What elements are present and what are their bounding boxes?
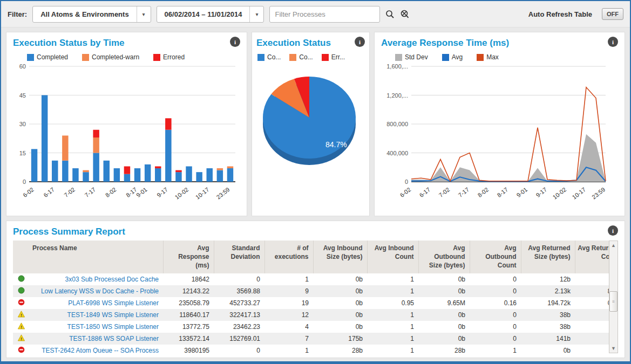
table-cell: 152769.01 [214, 333, 264, 345]
auto-refresh-toggle[interactable]: OFF [602, 8, 623, 20]
table-cell: 23462.23 [214, 321, 264, 333]
table-cell: 0 [470, 321, 521, 333]
info-icon[interactable]: i [355, 37, 365, 47]
table-cell: 0b [313, 321, 367, 333]
svg-text:6-02: 6-02 [22, 186, 35, 198]
svg-text:8-17: 8-17 [496, 186, 509, 198]
atoms-environments-dropdown[interactable]: All Atoms & Environments ▾ [32, 6, 151, 23]
status-warn-icon: ! [18, 311, 25, 318]
svg-text:9-17: 9-17 [155, 186, 169, 198]
legend-label: Err... [331, 53, 345, 61]
date-range-dropdown[interactable]: 06/02/2014 – 11/01/2014 ▾ [157, 6, 264, 23]
process-name-link[interactable]: TEST-1850 WS Simple Listener [67, 323, 159, 331]
process-name-link[interactable]: TEST-1886 WS SOAP Listener [69, 335, 159, 342]
column-header[interactable]: Avg Response (ms) [163, 241, 214, 273]
legend-swatch-icon [477, 54, 484, 61]
legend-label: Max [486, 53, 499, 61]
column-header[interactable]: Avg Returned Size (bytes) [521, 241, 575, 273]
table-cell: 38b [521, 309, 575, 321]
table-cell: 38b [521, 321, 575, 333]
chevron-down-icon: ▾ [249, 6, 263, 22]
table-cell: 322417.13 [214, 309, 264, 321]
info-icon[interactable]: i [608, 37, 618, 47]
column-header[interactable]: Avg Outbound Size (bytes) [418, 241, 470, 273]
status-cell: ! [13, 321, 29, 333]
column-header[interactable]: Process Name [29, 241, 163, 273]
legend-item: Err... [322, 53, 345, 61]
svg-text:6-17: 6-17 [418, 186, 431, 198]
status-ok-icon [18, 287, 25, 294]
process-name-link[interactable]: PLAT-6998 WS Simple Listener [68, 299, 159, 307]
column-header[interactable]: # of executions [264, 241, 313, 273]
legend-label: Co... [267, 53, 281, 61]
table-cell: 175b [313, 333, 367, 345]
process-name-link[interactable]: TEST-2642 Atom Queue -- SOA Process [42, 347, 159, 353]
table-cell: 0b [418, 273, 470, 285]
info-icon[interactable]: i [608, 225, 618, 236]
table-cell: 1 [264, 345, 313, 353]
svg-text:7-17: 7-17 [457, 186, 470, 198]
process-name-link[interactable]: Low Latency WSS w Doc Cache - Proble [41, 287, 159, 295]
table-scrollbar[interactable]: ▲ ≡ ▼ [609, 241, 618, 353]
svg-text:7-17: 7-17 [84, 186, 97, 198]
panel-title: Execution Status by Time [13, 37, 125, 49]
legend-item: Co... [289, 53, 313, 61]
table-cell: 0 [470, 273, 521, 285]
process-summary-panel: Process Summary Report i Process NameAvg… [6, 221, 625, 358]
svg-text:0: 0 [405, 178, 408, 185]
scrollbar-track[interactable]: ≡ [609, 250, 618, 344]
svg-text:!: ! [21, 324, 22, 329]
table-cell: 1 [367, 309, 418, 321]
status-ok-icon [18, 275, 25, 282]
table-cell: 0.16 [470, 297, 521, 309]
process-name-link[interactable]: 3x03 Sub Processed Doc Cache [65, 276, 159, 283]
line-chart-legend: Std DevAvgMax [395, 53, 618, 61]
column-header[interactable]: Standard Deviation [214, 241, 264, 273]
legend-swatch-icon [442, 54, 449, 61]
legend-swatch-icon [153, 54, 160, 61]
table-row: 3x03 Sub Processed Doc Cache18642010b10b… [13, 273, 618, 285]
search-icon[interactable] [385, 10, 395, 19]
svg-text:10-17: 10-17 [194, 186, 211, 201]
legend-label: Avg [452, 53, 463, 61]
status-cell: ! [13, 309, 29, 321]
info-icon[interactable]: i [230, 37, 240, 47]
svg-text:9-17: 9-17 [534, 186, 548, 198]
column-header[interactable]: Avg Inbound Count [367, 241, 418, 273]
status-cell: ! [13, 333, 29, 345]
table-cell: 118640.17 [163, 309, 214, 321]
legend-label: Co... [299, 53, 313, 61]
legend-label: Errored [163, 53, 185, 61]
process-name-link[interactable]: TEST-1849 WS Simple Listener [67, 311, 159, 319]
table-row: !TEST-1886 WS SOAP Listener133572.141527… [13, 333, 618, 345]
svg-text:400,000: 400,000 [386, 150, 408, 156]
column-header[interactable]: Avg Inbound Size (bytes) [313, 241, 367, 273]
svg-text:7-02: 7-02 [63, 186, 76, 198]
table-cell: 28b [418, 345, 470, 353]
scroll-down-icon[interactable]: ▼ [609, 344, 618, 353]
filter-processes-input[interactable] [269, 6, 380, 23]
status-warn-icon: ! [18, 334, 25, 341]
svg-text:8-02: 8-02 [104, 186, 118, 198]
clear-search-icon[interactable] [400, 10, 410, 19]
table-row: !TEST-1850 WS Simple Listener13772.75234… [13, 321, 618, 333]
table-cell: 0 [470, 309, 521, 321]
chevron-down-icon: ▾ [137, 6, 151, 22]
svg-text:6-17: 6-17 [42, 186, 56, 198]
column-header[interactable]: Avg Outbound Count [470, 241, 521, 273]
execution-status-pie-chart: 84.7% [256, 61, 364, 185]
table-cell: 12b [521, 273, 575, 285]
table-cell: 1 [367, 273, 418, 285]
table-cell: 0.95 [367, 297, 418, 309]
svg-text:15: 15 [19, 150, 26, 156]
status-warn-icon: ! [18, 322, 25, 329]
table-cell: 0b [418, 321, 470, 333]
table-cell: 18642 [163, 273, 214, 285]
scroll-up-icon[interactable]: ▲ [609, 241, 618, 250]
table-cell: 0b [313, 273, 367, 285]
svg-text:1,600,...: 1,600,... [386, 63, 408, 70]
average-response-time-panel: Average Response Time (ms) i Std DevAvgM… [374, 32, 625, 216]
scrollbar-thumb[interactable]: ≡ [609, 291, 618, 312]
pie-chart-legend: Co...Co...Err... [257, 53, 365, 61]
atoms-environments-value: All Atoms & Environments [33, 10, 136, 18]
